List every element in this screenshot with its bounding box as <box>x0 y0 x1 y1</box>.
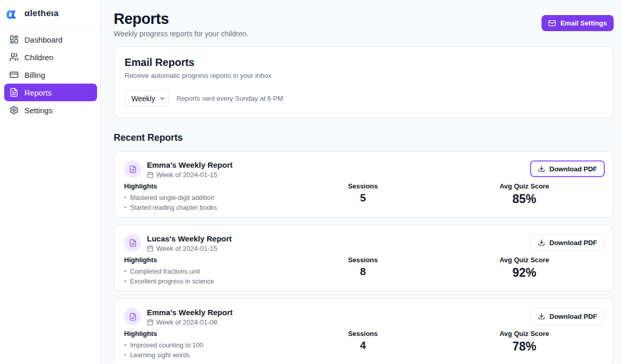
report-file-badge <box>124 160 141 178</box>
download-wrap: Download PDF <box>530 308 605 325</box>
report-head: Emma's Weekly Report Week of 2024-01-15 <box>124 160 306 179</box>
avg-quiz-label: Avg Quiz Score <box>499 330 549 338</box>
recent-reports-title: Recent Reports <box>114 132 614 143</box>
avg-quiz-value: 92% <box>499 266 549 280</box>
file-text-icon <box>129 313 137 321</box>
users-icon <box>9 52 19 62</box>
mail-icon <box>548 19 556 27</box>
file-text-icon <box>9 88 19 97</box>
sessions-label: Sessions <box>348 256 377 264</box>
frequency-select-wrap: Weekly <box>125 90 169 106</box>
report-card: Emma's Weekly Report Week of 2024-01-15 … <box>114 151 614 218</box>
highlights-label: Highlights <box>124 256 306 264</box>
highlights-label: Highlights <box>124 182 306 190</box>
sidebar-nav: Dashboard Children Billing Reports Setti… <box>0 27 100 119</box>
download-wrap: Download PDF <box>530 160 605 177</box>
sidebar-item-label: Reports <box>24 88 52 97</box>
download-pdf-button[interactable]: Download PDF <box>530 234 605 251</box>
download-icon <box>538 165 545 172</box>
report-head: Emma's Weekly Report Week of 2024-01-08 <box>124 308 306 326</box>
file-text-icon <box>129 165 137 173</box>
dashboard-icon <box>9 35 19 44</box>
report-highlights: Highlights Mastered single-digit additio… <box>124 182 306 212</box>
report-week: Week of 2024-01-08 <box>147 318 233 326</box>
report-file-badge <box>124 308 141 325</box>
calendar-icon <box>147 171 154 178</box>
report-week-label: Week of 2024-01-15 <box>156 245 218 252</box>
sidebar-item-settings[interactable]: Settings <box>4 101 97 119</box>
avg-quiz-stat: Avg Quiz Score 92% <box>499 256 549 286</box>
frequency-select[interactable]: Weekly <box>125 90 169 106</box>
sidebar-item-reports[interactable]: Reports <box>4 84 97 101</box>
download-pdf-button[interactable]: Download PDF <box>530 160 605 177</box>
sidebar: α αletheıa Dashboard Children Billing <box>0 0 101 364</box>
email-reports-subtitle: Receive automatic progress reports in yo… <box>125 72 603 79</box>
sidebar-item-label: Dashboard <box>24 35 62 44</box>
download-wrap: Download PDF <box>530 234 605 251</box>
sessions-label: Sessions <box>348 182 377 190</box>
schedule-note: Reports sent every Sunday at 6 PM <box>177 95 283 102</box>
email-reports-title: Email Reports <box>125 57 603 69</box>
brand-logo-icon: α <box>5 6 21 21</box>
sessions-stat: Sessions 5 <box>348 182 377 212</box>
page-title: Reports <box>114 10 249 28</box>
highlight-item: Mastered single-digit addition <box>124 193 306 203</box>
report-title: Emma's Weekly Report <box>147 160 233 169</box>
sessions-value: 5 <box>348 192 377 204</box>
report-head: Lucas's Weekly Report Week of 2024-01-15 <box>124 234 306 252</box>
sessions-value: 8 <box>348 266 377 278</box>
page-header: Reports Weekly progress reports for your… <box>114 10 614 38</box>
download-icon <box>538 239 545 246</box>
credit-card-icon <box>9 70 19 79</box>
avg-quiz-stat: Avg Quiz Score 78% <box>499 330 549 360</box>
sidebar-item-label: Children <box>24 53 53 62</box>
sessions-value: 4 <box>348 340 377 352</box>
email-reports-card: Email Reports Receive automatic progress… <box>114 46 614 118</box>
download-pdf-button[interactable]: Download PDF <box>530 308 605 325</box>
report-week-label: Week of 2024-01-15 <box>156 171 218 179</box>
highlight-item: Learning sight words <box>124 350 306 360</box>
page-subtitle: Weekly progress reports for your childre… <box>114 30 249 38</box>
svg-text:α: α <box>6 6 16 21</box>
gear-icon <box>9 105 19 115</box>
report-card: Lucas's Weekly Report Week of 2024-01-15… <box>114 225 614 291</box>
highlight-item: Completed fractions unit <box>124 267 306 277</box>
sidebar-item-dashboard[interactable]: Dashboard <box>4 31 97 48</box>
frequency-row: Weekly Reports sent every Sunday at 6 PM <box>125 90 603 106</box>
download-pdf-label: Download PDF <box>549 239 597 247</box>
report-title: Emma's Weekly Report <box>147 308 233 317</box>
download-pdf-label: Download PDF <box>549 313 597 320</box>
avg-quiz-label: Avg Quiz Score <box>499 182 549 190</box>
file-text-icon <box>129 239 137 247</box>
report-highlights: Highlights Completed fractions unit Exce… <box>124 256 306 286</box>
highlight-item: Excellent progress in science <box>124 277 306 287</box>
highlight-item: Improved counting to 100 <box>124 341 306 350</box>
report-week: Week of 2024-01-15 <box>147 171 233 179</box>
avg-quiz-value: 85% <box>499 192 549 206</box>
main-content: Reports Weekly progress reports for your… <box>101 0 623 364</box>
email-settings-button[interactable]: Email Settings <box>541 15 614 31</box>
brand-name: αletheıa <box>24 8 59 19</box>
report-card: Emma's Weekly Report Week of 2024-01-08 … <box>114 299 614 364</box>
report-file-badge <box>124 234 141 251</box>
sidebar-item-label: Settings <box>24 106 52 115</box>
report-week: Week of 2024-01-15 <box>147 245 232 252</box>
sessions-label: Sessions <box>348 330 377 338</box>
sessions-stat: Sessions 8 <box>348 256 377 286</box>
highlights-label: Highlights <box>124 330 306 338</box>
avg-quiz-stat: Avg Quiz Score 85% <box>499 182 549 212</box>
report-title: Lucas's Weekly Report <box>147 234 232 243</box>
report-highlights: Highlights Improved counting to 100 Lear… <box>124 330 306 360</box>
sidebar-item-children[interactable]: Children <box>4 48 97 66</box>
avg-quiz-label: Avg Quiz Score <box>499 256 549 264</box>
highlight-item: Started reading chapter books <box>124 203 306 213</box>
brand: α αletheıa <box>0 0 100 27</box>
sidebar-item-label: Billing <box>24 71 45 79</box>
report-list: Emma's Weekly Report Week of 2024-01-15 … <box>114 151 614 364</box>
avg-quiz-value: 78% <box>499 340 549 354</box>
download-icon <box>538 313 545 320</box>
calendar-icon <box>147 319 154 326</box>
report-week-label: Week of 2024-01-08 <box>156 318 218 326</box>
calendar-icon <box>147 245 154 252</box>
sidebar-item-billing[interactable]: Billing <box>4 66 97 84</box>
